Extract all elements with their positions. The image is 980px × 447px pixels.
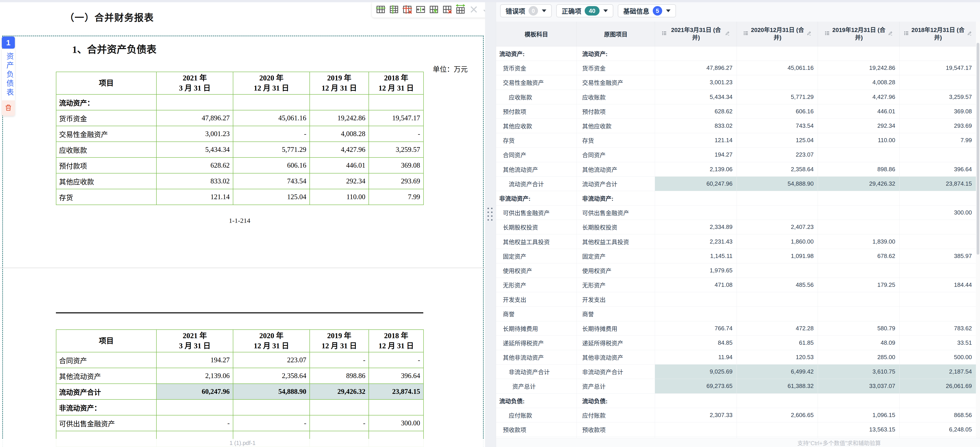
table-row[interactable]: 其他流动资产其他流动资产2,139.062,358.64898.86396.64 bbox=[496, 162, 976, 177]
confirm-icon[interactable] bbox=[482, 4, 485, 14]
value-cell[interactable]: 500.00 bbox=[899, 350, 976, 364]
table-row[interactable]: 非流动资产合计非流动资产合计9,025.696,499.423,610.752,… bbox=[496, 364, 976, 379]
value-cell[interactable]: 7.99 bbox=[899, 133, 976, 147]
value-cell[interactable]: 179.25 bbox=[818, 278, 899, 292]
value-cell[interactable]: 19,547.17 bbox=[899, 61, 976, 75]
value-cell[interactable]: 285.00 bbox=[818, 350, 899, 364]
value-cell[interactable] bbox=[818, 148, 899, 162]
template-subject-cell[interactable]: 应收账款 bbox=[496, 90, 577, 104]
template-subject-cell[interactable]: 应付账款 bbox=[496, 408, 577, 422]
value-cell[interactable] bbox=[737, 46, 818, 60]
value-cell[interactable]: 194.27 bbox=[655, 148, 737, 162]
value-cell[interactable]: 1,096.15 bbox=[818, 408, 899, 422]
value-cell[interactable]: 300.00 bbox=[899, 205, 976, 220]
value-cell[interactable] bbox=[818, 292, 899, 306]
template-subject-cell[interactable]: 固定资产 bbox=[496, 249, 577, 263]
table-row[interactable]: 开发支出开发支出 bbox=[496, 292, 976, 307]
template-subject-cell[interactable]: 开发支出 bbox=[496, 292, 577, 306]
template-subject-cell[interactable]: 长期股权投资 bbox=[496, 220, 577, 234]
value-cell[interactable] bbox=[737, 191, 818, 205]
value-cell[interactable]: 766.74 bbox=[655, 321, 737, 336]
value-cell[interactable]: 293.69 bbox=[899, 119, 976, 133]
value-cell[interactable] bbox=[899, 191, 976, 205]
value-cell[interactable]: 5,434.34 bbox=[655, 90, 737, 104]
value-cell[interactable] bbox=[899, 148, 976, 162]
value-cell[interactable]: 2,231.43 bbox=[655, 234, 737, 248]
column-header-5[interactable]: 2019年12月31日 (合并) bbox=[818, 22, 899, 46]
original-item-cell[interactable]: 流动资产合计 bbox=[577, 177, 655, 191]
value-cell[interactable] bbox=[899, 220, 976, 234]
value-cell[interactable]: 385.97 bbox=[899, 249, 976, 263]
original-item-cell[interactable]: 商誉 bbox=[577, 307, 655, 321]
original-item-cell[interactable]: 交易性金融资产 bbox=[577, 75, 655, 89]
scrollbar-thumb[interactable] bbox=[977, 43, 979, 255]
value-cell[interactable] bbox=[737, 307, 818, 321]
value-cell[interactable] bbox=[818, 394, 899, 408]
table-row[interactable]: 流动资产:流动资产: bbox=[496, 46, 976, 61]
value-cell[interactable]: 54,888.90 bbox=[737, 177, 818, 191]
drag-handle-dots[interactable] bbox=[487, 208, 493, 222]
value-cell[interactable]: 628.62 bbox=[655, 104, 737, 119]
template-subject-cell[interactable]: 预付款项 bbox=[496, 104, 577, 119]
cancel-icon[interactable] bbox=[469, 4, 479, 14]
value-cell[interactable]: 3,001.23 bbox=[655, 75, 737, 89]
value-cell[interactable]: 26,061.69 bbox=[899, 379, 976, 393]
correct-items-filter-button[interactable]: 正确项 40 bbox=[556, 4, 613, 17]
value-cell[interactable]: 396.64 bbox=[899, 162, 976, 177]
template-subject-cell[interactable]: 其他应收款 bbox=[496, 119, 577, 133]
value-cell[interactable]: 1,839.00 bbox=[818, 234, 899, 248]
value-cell[interactable]: 471.08 bbox=[655, 278, 737, 292]
template-subject-cell[interactable]: 使用权资产 bbox=[496, 263, 577, 278]
original-item-cell[interactable]: 非流动资产合计 bbox=[577, 364, 655, 379]
value-cell[interactable]: 1,979.65 bbox=[655, 263, 737, 278]
value-cell[interactable]: 45,061.16 bbox=[737, 61, 818, 75]
value-cell[interactable]: 606.16 bbox=[737, 104, 818, 119]
table-row[interactable]: 可供出售金融资产可供出售金融资产300.00 bbox=[496, 205, 976, 220]
column-header-6[interactable]: 2018年12月31日 (合并) bbox=[899, 22, 976, 46]
value-cell[interactable]: 61.85 bbox=[737, 336, 818, 350]
edit-icon[interactable] bbox=[725, 30, 730, 37]
value-cell[interactable]: 1,091.98 bbox=[737, 249, 818, 263]
original-item-cell[interactable]: 其他流动资产 bbox=[577, 162, 655, 177]
table-row[interactable]: 其他权益工具投资其他权益工具投资2,231.431,860.001,839.00 bbox=[496, 234, 976, 249]
original-item-cell[interactable]: 其他非流动资产 bbox=[577, 350, 655, 364]
value-cell[interactable]: 47,896.27 bbox=[655, 61, 737, 75]
value-cell[interactable]: 472.28 bbox=[737, 321, 818, 336]
template-subject-cell[interactable]: 非流动资产合计 bbox=[496, 364, 577, 379]
value-cell[interactable] bbox=[818, 205, 899, 220]
edit-icon[interactable] bbox=[967, 30, 972, 37]
value-cell[interactable]: 2,358.64 bbox=[737, 162, 818, 177]
insert-row-icon[interactable] bbox=[375, 4, 386, 14]
table-row[interactable]: 长期股权投资长期股权投资2,334.892,407.23 bbox=[496, 220, 976, 234]
value-cell[interactable] bbox=[818, 220, 899, 234]
table-row[interactable]: 预收款项预收款项13,563.156,248.05 bbox=[496, 422, 976, 437]
template-subject-cell[interactable]: 无形资产 bbox=[496, 278, 577, 292]
original-item-cell[interactable]: 应收账款 bbox=[577, 90, 655, 104]
table-row[interactable]: 预付款项预付款项628.62606.16446.01369.08 bbox=[496, 104, 976, 119]
value-cell[interactable]: 1,145.11 bbox=[655, 249, 737, 263]
value-cell[interactable]: 29,426.32 bbox=[818, 177, 899, 191]
value-cell[interactable] bbox=[899, 75, 976, 89]
table-row[interactable]: 应收账款应收账款5,434.345,771.294,427.963,259.57 bbox=[496, 90, 976, 104]
template-subject-cell[interactable]: 交易性金融资产 bbox=[496, 75, 577, 89]
column-header-4[interactable]: 2020年12月31日 (合并) bbox=[737, 22, 818, 46]
basic-info-filter-button[interactable]: 基础信息 5 bbox=[618, 4, 676, 17]
value-cell[interactable]: 48.09 bbox=[818, 336, 899, 350]
table-row[interactable]: 合同资产合同资产194.27223.07 bbox=[496, 148, 976, 162]
value-cell[interactable]: 60,247.96 bbox=[655, 177, 737, 191]
value-cell[interactable]: 121.14 bbox=[655, 133, 737, 147]
template-subject-cell[interactable]: 存货 bbox=[496, 133, 577, 147]
value-cell[interactable]: 2,187.54 bbox=[899, 364, 976, 379]
value-cell[interactable] bbox=[737, 263, 818, 278]
value-cell[interactable]: 743.54 bbox=[737, 119, 818, 133]
value-cell[interactable] bbox=[737, 205, 818, 220]
table-row[interactable]: 流动负债:流动负债: bbox=[496, 394, 976, 408]
original-item-cell[interactable]: 应付账款 bbox=[577, 408, 655, 422]
value-cell[interactable]: 485.56 bbox=[737, 278, 818, 292]
doc-balance-sheet-table-1[interactable]: 项目2021 年 3 月 31 日2020 年 12 月 31 日2019 年 … bbox=[56, 72, 424, 205]
template-subject-cell[interactable]: 可供出售金融资产 bbox=[496, 205, 577, 220]
fit-table-width-icon[interactable] bbox=[455, 4, 466, 14]
value-cell[interactable] bbox=[818, 307, 899, 321]
value-cell[interactable] bbox=[818, 46, 899, 60]
table-row[interactable]: 递延所得税资产递延所得税资产84.8561.8548.0933.51 bbox=[496, 336, 976, 350]
